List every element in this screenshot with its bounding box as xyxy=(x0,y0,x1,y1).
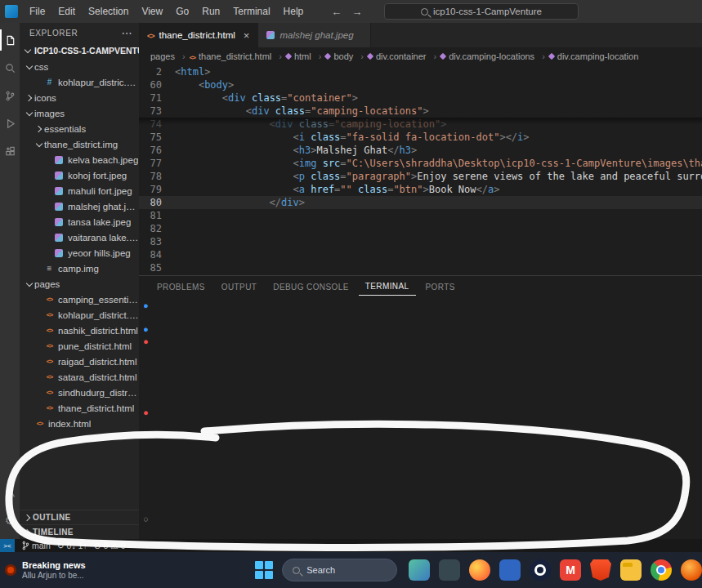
taskbar-app-icon[interactable] xyxy=(560,559,581,581)
start-button[interactable] xyxy=(253,559,274,581)
tree-item[interactable]: thane_district.html xyxy=(20,400,139,416)
tree-item[interactable]: satara_district.html xyxy=(20,369,139,385)
account-icon[interactable] xyxy=(0,479,20,506)
explorer-more-actions-icon[interactable]: ⋯ xyxy=(121,27,132,39)
tree-item[interactable]: images xyxy=(20,105,139,121)
code-line[interactable]: 79 <a href="" class="btn">Book Now</a> xyxy=(139,183,702,196)
code-line[interactable]: 60 <body> xyxy=(139,78,702,91)
taskbar-app-icon[interactable] xyxy=(651,559,672,581)
tree-item[interactable]: pune_district.html xyxy=(20,338,139,354)
tree-item[interactable]: vaitarana lake.jpeg xyxy=(20,229,139,245)
tree-item[interactable]: raigad_district.html xyxy=(20,354,139,369)
warnings-icon: ⚠ xyxy=(110,541,118,550)
code-line[interactable]: 84 xyxy=(139,248,702,261)
tree-item[interactable]: thane_district.img xyxy=(20,136,139,152)
tree-item[interactable]: mahuli fort.jpeg xyxy=(20,183,139,198)
code-line[interactable]: 71 <div class="container"> xyxy=(139,91,702,105)
problems-status[interactable]: ⊘ 0 ⚠ 0 xyxy=(94,541,126,550)
menu-item[interactable]: Terminal xyxy=(226,0,276,23)
panel-tab[interactable]: TERMINAL xyxy=(359,278,416,296)
tab-close-icon[interactable]: × xyxy=(244,29,250,42)
breadcrumb-item[interactable]: thane_district.html xyxy=(190,51,286,61)
menu-item[interactable]: File xyxy=(23,0,51,23)
code-line[interactable]: 76 <h3>Malshej Ghat</h3> xyxy=(139,144,702,157)
menu-item[interactable]: Run xyxy=(195,0,226,23)
taskbar-app-icon[interactable] xyxy=(530,559,551,581)
code-line[interactable]: 2 <html> xyxy=(139,65,702,78)
tree-item[interactable]: tansa lake.jpeg xyxy=(20,214,139,229)
taskbar-app-icon[interactable] xyxy=(499,559,521,581)
breadcrumb-item[interactable]: body xyxy=(325,51,368,61)
code-line[interactable]: 75 <i class="fa-solid fa-location-dot"><… xyxy=(139,131,702,144)
sidebar-section-header[interactable]: TIMELINE xyxy=(20,524,139,539)
breadcrumb-item[interactable]: html xyxy=(286,51,325,61)
menu-item[interactable]: Go xyxy=(169,0,195,23)
nav-forward-icon[interactable]: → xyxy=(351,6,362,18)
sync-status[interactable]: ↻ 0↓ 1↑ xyxy=(57,541,87,550)
source-control-icon[interactable] xyxy=(0,82,20,109)
menu-item[interactable]: Help xyxy=(277,0,311,23)
code-line[interactable]: 83 xyxy=(139,235,702,248)
code-line[interactable]: 82 xyxy=(139,222,702,235)
tree-item[interactable]: kelva beach.jpeg xyxy=(20,152,139,167)
remote-indicator-button[interactable]: >< xyxy=(0,539,15,552)
code-line[interactable]: 81 xyxy=(139,209,702,222)
breadcrumb-item[interactable]: div.container xyxy=(368,51,440,61)
file-type-icon xyxy=(44,358,55,365)
breadcrumb-item[interactable]: pages xyxy=(150,51,190,61)
tree-item[interactable]: yeoor hills.jpeg xyxy=(20,245,139,261)
nav-back-icon[interactable]: ← xyxy=(331,6,342,18)
terminal[interactable]: PS C:\Users\shraddha\Desktop\icp10-css-1… xyxy=(139,297,702,526)
tree-item[interactable]: kohoj fort.jpeg xyxy=(20,167,139,183)
taskbar-app-icon[interactable] xyxy=(469,559,490,581)
tree-item[interactable]: index.html xyxy=(20,416,139,431)
tree-item[interactable]: essentials xyxy=(20,121,139,136)
taskbar-app-icon[interactable] xyxy=(409,559,430,581)
menu-item[interactable]: Edit xyxy=(51,0,82,23)
tree-item[interactable]: sindhudurg_district... xyxy=(20,385,139,400)
breadcrumb-item[interactable]: div.camping-locations xyxy=(440,51,549,61)
terminal-line: hint: See the 'Note about fast-forwards'… xyxy=(144,502,702,514)
tree-item[interactable]: malshej ghat.jpeg xyxy=(20,198,139,214)
code-line[interactable]: 85 xyxy=(139,261,702,274)
menu-item[interactable]: View xyxy=(135,0,169,23)
tree-item[interactable]: css xyxy=(20,59,139,74)
extensions-icon[interactable] xyxy=(0,137,20,165)
tree-item[interactable]: icons xyxy=(20,90,139,105)
news-widget[interactable]: Breaking news Allu Arjun to be... xyxy=(0,560,118,581)
panel-tab[interactable]: DEBUG CONSOLE xyxy=(266,278,355,296)
tree-item[interactable]: nashik_district.html xyxy=(20,323,139,338)
taskbar-app-icon[interactable] xyxy=(620,559,642,581)
tree-item[interactable]: camp.img xyxy=(20,261,139,276)
tree-item[interactable]: camping_essentials... xyxy=(20,292,139,307)
command-center-search[interactable]: icp10-css-1-CampVenture xyxy=(384,3,579,20)
taskbar-app-icon[interactable] xyxy=(590,559,611,581)
panel-tab[interactable]: PROBLEMS xyxy=(150,278,212,296)
panel-tab[interactable]: PORTS xyxy=(419,278,462,296)
code-line[interactable]: 80 </div> xyxy=(139,196,702,209)
settings-gear-icon[interactable]: ⚙ xyxy=(0,506,20,534)
code-line[interactable]: 73 <div class="camping-locations"> xyxy=(139,105,702,118)
menu-item[interactable]: Selection xyxy=(82,0,135,23)
taskbar-search[interactable]: Search xyxy=(282,559,397,581)
project-root-folder[interactable]: ICP10-CSS-1-CAMPVENTU... xyxy=(20,42,139,59)
search-sidebar-icon[interactable] xyxy=(0,54,20,82)
code-editor[interactable]: 2 <html> 60 <body> 71 <div class="contai… xyxy=(139,65,702,275)
tree-item[interactable]: kohlapur_distric.css xyxy=(20,74,139,90)
git-branch-status[interactable]: main xyxy=(21,541,51,550)
breadcrumb-item[interactable]: div.camping-location xyxy=(549,51,638,61)
explorer-icon[interactable] xyxy=(0,26,20,54)
code-line[interactable]: 77 <img src="C:\Users\shraddha\Desktop\i… xyxy=(139,157,702,170)
tree-item[interactable]: pages xyxy=(20,276,139,292)
editor-tab[interactable]: thane_district.html × xyxy=(139,23,258,47)
tree-chevron-icon xyxy=(34,140,44,149)
tree-item[interactable]: kohlapur_district.html xyxy=(20,307,139,323)
taskbar-app-icon[interactable] xyxy=(439,559,460,581)
taskbar-app-icon[interactable] xyxy=(681,559,702,581)
run-debug-icon[interactable] xyxy=(0,109,20,137)
editor-tab[interactable]: malshej ghat.jpeg xyxy=(258,23,370,47)
code-line[interactable]: 78 <p class="paragraph">Enjoy serene vie… xyxy=(139,170,702,183)
sidebar-section-header[interactable]: OUTLINE xyxy=(20,510,139,524)
code-line[interactable]: 74 <div class="camping-location"> xyxy=(139,118,702,131)
panel-tab[interactable]: OUTPUT xyxy=(215,278,264,296)
